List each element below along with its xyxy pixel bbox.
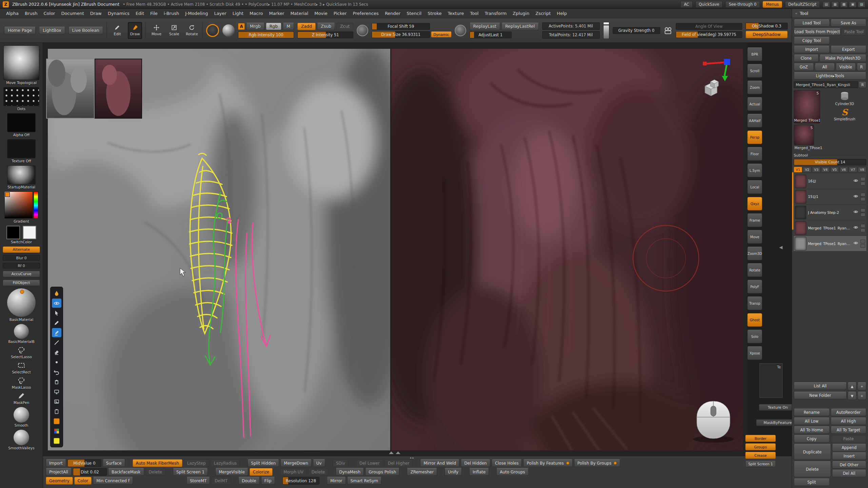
window-icon[interactable]: ▣ bbox=[849, 1, 856, 7]
gravity-strength-slider[interactable]: Gravity Strength 0 bbox=[613, 27, 660, 34]
dynamic-toggle[interactable]: Dynamic bbox=[431, 32, 451, 37]
window-icon[interactable]: ▤ bbox=[823, 1, 830, 7]
menu-item[interactable]: Macro bbox=[247, 10, 265, 17]
visible-count-slider[interactable]: Visible Count 14 bbox=[794, 159, 866, 165]
brush-thumbnail[interactable] bbox=[3, 45, 39, 80]
bottom-button[interactable]: StoreMT bbox=[186, 477, 210, 485]
accucurve-button[interactable]: AccuCurve bbox=[3, 271, 40, 277]
draw-size-slider[interactable]: Draw Size 36.93311 bbox=[372, 31, 430, 38]
draw-size-ring-icon[interactable] bbox=[206, 24, 219, 37]
subtool-view-tab[interactable]: V6 bbox=[840, 167, 848, 172]
duplicate-button[interactable]: Duplicate bbox=[794, 444, 831, 460]
fillobject-button[interactable]: FillObject bbox=[3, 280, 40, 286]
bottom-button[interactable]: Double bbox=[238, 477, 260, 485]
draw-button[interactable]: Draw bbox=[128, 22, 142, 39]
bottom-button[interactable]: Delete bbox=[145, 468, 165, 476]
del-other-button[interactable]: Del Other bbox=[832, 461, 867, 469]
bottom-button[interactable]: Del Higher bbox=[384, 459, 413, 467]
smooth-brush[interactable]: Smooth bbox=[14, 407, 29, 427]
subtool-action-button[interactable]: All Low bbox=[794, 418, 830, 425]
menu-item[interactable]: Light bbox=[230, 10, 246, 17]
bottom-button[interactable]: MergeVisible bbox=[215, 468, 248, 476]
texture-on-button[interactable]: Texture On bbox=[759, 404, 797, 411]
split-button[interactable]: Split bbox=[794, 479, 830, 486]
bottom-button[interactable]: Mirror And Weld bbox=[420, 459, 459, 467]
zcut-button[interactable]: Zcut bbox=[336, 23, 353, 30]
mrgb-button[interactable]: Mrgb bbox=[246, 23, 264, 30]
menu-item[interactable]: Document bbox=[58, 10, 86, 17]
Merged_TPose1_Ryan_Kingslie[interactable]: Merged_TPose1_Ryan_Kingslie bbox=[794, 236, 866, 251]
stroke-replay-icon[interactable] bbox=[455, 25, 466, 36]
add-folder-icon[interactable]: + bbox=[857, 392, 866, 400]
tool-panel-button[interactable]: Lightbox▸Tools bbox=[794, 72, 866, 80]
new-folder-button[interactable]: New Folder bbox=[794, 392, 847, 399]
window-icon[interactable]: ▩ bbox=[840, 1, 848, 7]
pin-icon[interactable] bbox=[52, 289, 61, 298]
subtool-view-tab[interactable]: V5 bbox=[830, 167, 839, 172]
select-lasso[interactable]: SelectLasso bbox=[11, 346, 32, 359]
bottom-button[interactable]: Color bbox=[74, 477, 92, 485]
tool-panel-button[interactable]: Export bbox=[831, 46, 867, 53]
secondary-color-swatch[interactable] bbox=[23, 226, 36, 239]
menu-item[interactable]: Render bbox=[382, 10, 403, 17]
tool-r-button[interactable]: R bbox=[859, 81, 866, 88]
delete-button[interactable]: Delete bbox=[794, 461, 831, 477]
document-canvas[interactable] bbox=[43, 43, 747, 456]
bottom-button[interactable]: Smart ReSym bbox=[347, 477, 382, 485]
tray-resize-handle[interactable]: ▴▴ bbox=[410, 456, 414, 459]
bottom-button[interactable]: Min Connected f bbox=[93, 477, 133, 485]
subtool-action-button[interactable]: Copy bbox=[794, 435, 830, 443]
material-thumbnail[interactable] bbox=[7, 165, 36, 184]
stack-button[interactable]: Crease bbox=[745, 452, 776, 459]
cursor-icon[interactable] bbox=[52, 308, 61, 318]
laser-dot-icon[interactable] bbox=[52, 358, 61, 367]
fov-slider[interactable]: Field of view(deg) 39.59775 bbox=[676, 31, 742, 38]
right-shelf-button[interactable]: Local bbox=[747, 180, 762, 194]
right-shelf-button[interactable]: Solo bbox=[747, 330, 762, 343]
default-zscript-button[interactable]: DefaultZScript bbox=[785, 1, 820, 8]
eye-icon[interactable] bbox=[52, 299, 61, 308]
rgb-button[interactable]: Rgb bbox=[266, 23, 282, 30]
alternate-button[interactable]: Alternate bbox=[3, 246, 40, 253]
subtool-action-button[interactable]: Rename bbox=[794, 409, 830, 416]
menu-item[interactable]: Material bbox=[288, 10, 311, 17]
window-icon[interactable]: ▨ bbox=[858, 1, 865, 7]
move-down-icon[interactable]: ▼ bbox=[848, 392, 856, 400]
stack-button[interactable]: Split Screen 1 bbox=[745, 460, 776, 467]
clipboard-icon[interactable] bbox=[52, 407, 61, 416]
mask-lasso[interactable]: MaskLasso bbox=[12, 377, 31, 389]
scale-button[interactable]: Scale bbox=[167, 22, 181, 39]
bottom-button[interactable]: LazyStep bbox=[184, 459, 209, 467]
menu-item[interactable]: Alpha bbox=[3, 10, 21, 17]
tool-panel-button[interactable]: R bbox=[857, 63, 866, 71]
subtool-view-tab[interactable]: V2 bbox=[803, 167, 811, 172]
append-button[interactable]: Append bbox=[832, 444, 867, 451]
del-all-button[interactable]: Del All bbox=[832, 470, 867, 477]
bottom-button[interactable]: Geometry bbox=[46, 477, 73, 485]
subtool-action-button[interactable]: All To Home bbox=[794, 426, 830, 434]
bottom-button[interactable]: Uv bbox=[313, 459, 325, 467]
basic-material-b[interactable]: BasicMaterialB bbox=[8, 324, 35, 344]
replay-last-rel-button[interactable]: ReplayLastRel bbox=[501, 23, 539, 30]
right-shelf-button[interactable]: Qxyz bbox=[747, 197, 762, 210]
rf-slider[interactable]: Rf 0 bbox=[3, 263, 40, 268]
replay-last-button[interactable]: ReplayLast bbox=[470, 23, 500, 30]
stack-button[interactable]: Groups bbox=[745, 443, 776, 450]
right-shelf-button[interactable]: Transp bbox=[747, 297, 762, 310]
swatch-yellow[interactable] bbox=[52, 436, 61, 445]
focal-shift-icon[interactable] bbox=[357, 25, 368, 36]
hue-strip[interactable] bbox=[34, 191, 38, 219]
blur-slider[interactable]: Blur 0 bbox=[3, 255, 40, 261]
bottom-button[interactable]: Close Holes bbox=[492, 459, 522, 467]
right-shelf-button[interactable]: Scroll bbox=[747, 64, 762, 78]
menus-button[interactable]: Menus bbox=[763, 1, 782, 8]
J Anatomy Step-2[interactable]: J Anatomy Step-2 bbox=[794, 205, 866, 220]
bottom-button[interactable]: Unify bbox=[445, 468, 462, 476]
bottom-button[interactable]: LazyRadius bbox=[211, 459, 240, 467]
subtool-action-button[interactable]: All High bbox=[831, 418, 867, 425]
bottom-button[interactable]: Delete bbox=[308, 468, 328, 476]
menu-item[interactable]: Marker bbox=[266, 10, 287, 17]
menu-item[interactable]: J-Modeling bbox=[182, 10, 211, 17]
bottom-button[interactable]: DelMT bbox=[211, 477, 231, 485]
tool-item-cylinder3d[interactable]: Cylinder3D bbox=[835, 91, 854, 106]
